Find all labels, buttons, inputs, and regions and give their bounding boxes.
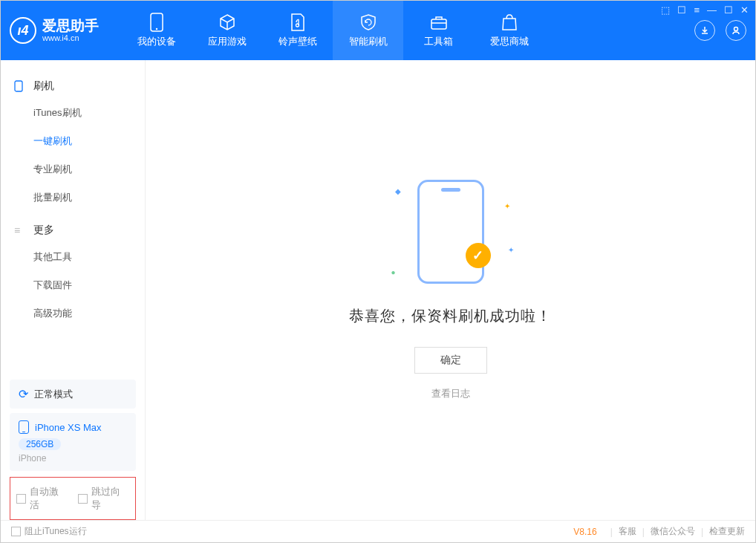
success-illustration: ✓ ◆ ✦ ● ✦ bbox=[417, 180, 484, 284]
device-name: iPhone XS Max bbox=[35, 422, 102, 433]
sparkle-icon: ◆ bbox=[395, 187, 401, 195]
section-title: 更多 bbox=[33, 224, 54, 237]
sidebar-item-pro-flash[interactable]: 专业刷机 bbox=[1, 155, 145, 183]
device-icon bbox=[19, 420, 29, 434]
device-info[interactable]: iPhone XS Max 256GB iPhone bbox=[10, 413, 136, 471]
main-content: ✓ ◆ ✦ ● ✦ 恭喜您，保资料刷机成功啦！ 确定 查看日志 bbox=[146, 60, 755, 520]
footer-link-support[interactable]: 客服 bbox=[619, 525, 636, 538]
checkbox-label: 跳过向导 bbox=[91, 485, 129, 512]
device-type: iPhone bbox=[19, 453, 127, 464]
cube-icon bbox=[218, 13, 237, 32]
sidebar-item-download-firmware[interactable]: 下载固件 bbox=[1, 271, 145, 299]
device-mode[interactable]: ⟳ 正常模式 bbox=[10, 380, 136, 409]
logo-icon: ı4 bbox=[10, 17, 36, 44]
checkbox-icon bbox=[11, 527, 21, 536]
footer-link-update[interactable]: 检查更新 bbox=[709, 525, 745, 538]
phone-icon bbox=[147, 13, 166, 32]
feedback-icon[interactable]: ☐ bbox=[677, 4, 686, 16]
sidebar-item-itunes-flash[interactable]: iTunes刷机 bbox=[1, 99, 145, 127]
tab-toolbox[interactable]: 工具箱 bbox=[403, 1, 474, 60]
tab-store[interactable]: 爱思商城 bbox=[474, 1, 544, 60]
footer-link-wechat[interactable]: 微信公众号 bbox=[651, 525, 695, 538]
check-badge-icon: ✓ bbox=[466, 243, 491, 268]
user-button[interactable] bbox=[726, 20, 746, 41]
minimize-icon[interactable]: — bbox=[707, 4, 717, 16]
menu-icon[interactable]: ≡ bbox=[694, 4, 700, 16]
maximize-icon[interactable]: ☐ bbox=[724, 4, 733, 16]
checkbox-label: 阻止iTunes运行 bbox=[25, 525, 87, 538]
svg-rect-3 bbox=[431, 19, 446, 29]
view-log-link[interactable]: 查看日志 bbox=[431, 387, 470, 400]
header: ı4 爱思助手 www.i4.cn 我的设备 应用游戏 铃声壁纸 智能刷机 工具… bbox=[1, 1, 755, 60]
music-file-icon bbox=[288, 13, 307, 32]
phone-outline-icon bbox=[14, 80, 26, 92]
sidebar-section-more[interactable]: ≡ 更多 bbox=[1, 218, 145, 243]
shield-refresh-icon bbox=[359, 13, 378, 32]
logo[interactable]: ı4 爱思助手 www.i4.cn bbox=[10, 17, 99, 44]
close-icon[interactable]: ✕ bbox=[740, 4, 749, 16]
sparkle-icon: ✦ bbox=[504, 202, 510, 210]
svg-rect-5 bbox=[15, 81, 22, 91]
tab-apps[interactable]: 应用游戏 bbox=[192, 1, 262, 60]
menu-lines-icon: ≡ bbox=[14, 224, 26, 236]
sidebar-item-batch-flash[interactable]: 批量刷机 bbox=[1, 183, 145, 212]
sidebar-item-onekey-flash[interactable]: 一键刷机 bbox=[1, 127, 145, 155]
tab-flash[interactable]: 智能刷机 bbox=[333, 1, 403, 60]
sidebar-section-flash[interactable]: 刷机 bbox=[1, 74, 145, 99]
toolbox-icon bbox=[429, 13, 449, 32]
bag-icon bbox=[500, 13, 519, 32]
skin-icon[interactable]: ⬚ bbox=[661, 4, 670, 16]
tab-ringtones[interactable]: 铃声壁纸 bbox=[262, 1, 333, 60]
checkbox-icon bbox=[78, 494, 88, 504]
mode-label: 正常模式 bbox=[34, 388, 73, 401]
tab-label: 智能刷机 bbox=[349, 35, 388, 48]
checkbox-auto-activate[interactable]: 自动激活 bbox=[16, 485, 68, 512]
download-button[interactable] bbox=[694, 20, 715, 41]
version-label: V8.16 bbox=[573, 527, 596, 537]
sidebar-item-other-tools[interactable]: 其他工具 bbox=[1, 243, 145, 271]
section-title: 刷机 bbox=[33, 79, 54, 93]
sparkle-icon: ● bbox=[391, 268, 396, 276]
sidebar: 刷机 iTunes刷机 一键刷机 专业刷机 批量刷机 ≡ 更多 其他工具 下载固… bbox=[1, 60, 146, 520]
svg-point-1 bbox=[155, 28, 157, 30]
tab-my-device[interactable]: 我的设备 bbox=[121, 1, 192, 60]
tab-label: 应用游戏 bbox=[208, 35, 247, 48]
sparkle-icon: ✦ bbox=[508, 246, 514, 254]
refresh-icon: ⟳ bbox=[19, 387, 28, 401]
footer: 阻止iTunes运行 V8.16 | 客服 | 微信公众号 | 检查更新 bbox=[1, 520, 755, 542]
checkbox-block-itunes[interactable]: 阻止iTunes运行 bbox=[11, 525, 87, 538]
checkbox-icon bbox=[16, 494, 26, 504]
flash-options-box: 自动激活 跳过向导 bbox=[10, 477, 136, 520]
svg-point-4 bbox=[734, 27, 738, 31]
tab-label: 工具箱 bbox=[424, 35, 453, 48]
svg-point-2 bbox=[296, 24, 299, 27]
tab-label: 我的设备 bbox=[137, 35, 176, 48]
sidebar-item-advanced[interactable]: 高级功能 bbox=[1, 299, 145, 328]
app-subtitle: www.i4.cn bbox=[42, 33, 99, 42]
ok-button[interactable]: 确定 bbox=[414, 347, 487, 374]
device-capacity: 256GB bbox=[19, 438, 61, 450]
tab-label: 铃声壁纸 bbox=[278, 35, 317, 48]
checkbox-skip-guide[interactable]: 跳过向导 bbox=[78, 485, 129, 512]
tab-label: 爱思商城 bbox=[490, 35, 529, 48]
app-title: 爱思助手 bbox=[42, 19, 99, 34]
checkbox-label: 自动激活 bbox=[30, 485, 68, 512]
success-message: 恭喜您，保资料刷机成功啦！ bbox=[349, 306, 552, 326]
phone-illustration-icon: ✓ bbox=[417, 180, 484, 284]
